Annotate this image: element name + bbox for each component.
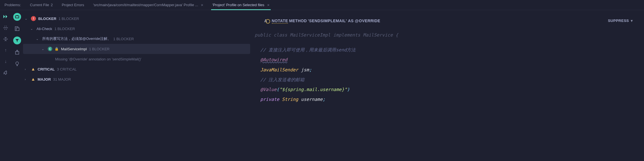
cls: MailService { [363,32,398,38]
node-count: 1 BLOCKER [113,37,134,41]
type: String [282,97,298,102]
node-label: BLOCKER [38,17,56,21]
inspection-tree: ⌄ ! BLOCKER 1 BLOCKER ⌄ Ali-Check 1 BLOC… [23,10,250,161]
node-label: Ali-Check [37,27,52,31]
blocker-icon: ! [31,16,36,21]
tab-label: Problems: [4,3,21,7]
punct: ; [309,67,312,72]
cls: MailServiceImpl [290,32,331,38]
suppress-button[interactable]: SUPPRESS [606,17,635,24]
search-icon [266,19,270,24]
tree-node-alicheck[interactable]: ⌄ Ali-Check 1 BLOCKER [23,24,250,34]
chevron-down-icon: ⌄ [36,37,40,41]
action-gutter: ↑ ↓ [0,10,11,161]
close-icon[interactable]: × [201,3,204,7]
tree-node-critical[interactable]: › ▲ CRITICAL 3 CRITICAL [23,64,250,74]
filter-gutter [11,10,23,161]
svg-rect-0 [3,28,8,28]
major-icon: ▲ [31,77,35,82]
node-label: MailServiceImpl [61,47,87,51]
svg-rect-5 [16,28,19,31]
critical-icon: ▲ [31,67,35,72]
rerun-icon[interactable] [3,13,9,20]
node-count: 31 MAJOR [53,77,71,81]
settings-icon[interactable] [3,70,9,76]
kw: class [274,32,287,38]
tab-label: 'Project' Profile on Selected files [212,3,264,7]
tree-node-major[interactable]: › ▲ MAJOR 31 MAJOR [23,74,250,84]
chevron-down-icon: ⌄ [30,27,34,31]
collapse-all-icon[interactable] [3,36,9,42]
prev-icon[interactable]: ↑ [3,47,9,53]
punct: ; [323,97,326,102]
tree-node-blocker[interactable]: ⌄ ! BLOCKER 1 BLOCKER [23,13,250,24]
svg-rect-3 [17,15,18,16]
lock-icon: 🔒 [55,47,59,51]
keyword: private [260,97,279,102]
file-tree-icon[interactable] [13,25,21,33]
svg-rect-8 [17,65,18,66]
comment: // 直接注入即可使用，用来最后调用send方法 [260,47,356,53]
tab-project-errors[interactable]: Project Errors [61,0,85,10]
label-part: NOTATE [272,19,288,23]
label-part: METHOD 'SENDSIMPLEMAIL' AS @OVERRIDE [289,19,380,23]
chevron-down-icon: ⌄ [42,47,46,51]
editor-panel: ANOTATE METHOD 'SENDSIMPLEMAIL' AS @OVER… [250,10,644,161]
expand-all-icon[interactable] [3,25,9,31]
tree-node-rule[interactable]: ⌄ 所有的覆写方法，必须加@Override注解。 1 BLOCKER [23,34,250,44]
svg-rect-2 [15,16,19,18]
punct: ) [347,87,350,92]
identifier: jsm [298,67,309,72]
tab-count: 2 [51,3,53,7]
tab-current-file[interactable]: Current File 2 [29,0,54,10]
tab-problems[interactable]: Problems: [3,0,22,10]
tree-leaf-issue[interactable]: Missing '@Override' annotation on 'sendS… [23,54,250,64]
string: "${spring.mail.username}" [279,87,347,92]
comment: // 注入发送者的邮箱 [260,77,304,82]
node-label: 所有的覆写方法，必须加@Override注解。 [42,36,111,41]
type: JavaMailSender [260,67,298,72]
code-preview: public class MailServiceImpl implements … [250,30,644,104]
chevron-right-icon: › [25,67,29,71]
node-count: 1 BLOCKER [55,27,75,31]
node-label: CRITICAL [38,67,55,71]
chevron-right-icon: › [25,78,29,81]
button-label: SUPPRESS [608,19,629,23]
node-count: 3 CRITICAL [57,67,77,71]
next-icon[interactable]: ↓ [3,58,9,65]
bulb-icon[interactable] [13,60,21,68]
node-count: 1 BLOCKER [58,17,79,21]
node-label: MAJOR [38,77,51,81]
class-icon: C [48,47,52,51]
identifier: username [298,97,323,102]
annotation: @Value [260,87,277,92]
tab-label: 'src/main/java/com/it/mailtest/mapper/Co… [93,3,198,7]
tab-label: Project Errors [62,3,84,7]
node-count: 1 BLOCKER [89,47,110,51]
export-icon[interactable] [13,48,21,56]
quick-fix-label[interactable]: ANOTATE METHOD 'SENDSIMPLEMAIL' AS @OVER… [264,19,380,23]
issue-text: Missing '@Override' annotation on 'sendS… [55,57,141,61]
tab-profile-cornmapper[interactable]: 'src/main/java/com/it/mailtest/mapper/Co… [92,0,204,10]
annotation: @Autowired [260,57,287,62]
svg-rect-1 [3,39,8,39]
tab-profile-project[interactable]: 'Project' Profile on Selected files × [211,0,271,10]
kw: public [255,32,271,38]
module-icon[interactable] [13,13,21,21]
svg-point-7 [16,62,19,65]
tree-node-class[interactable]: ⌄ C 🔒 MailServiceImpl 1 BLOCKER [23,44,250,54]
punct: ( [277,87,279,92]
filter-icon[interactable] [13,37,21,44]
tab-label: Current File [30,3,49,7]
kw: implements [333,32,360,38]
chevron-down-icon: ⌄ [25,17,29,21]
close-icon[interactable]: × [267,3,270,7]
